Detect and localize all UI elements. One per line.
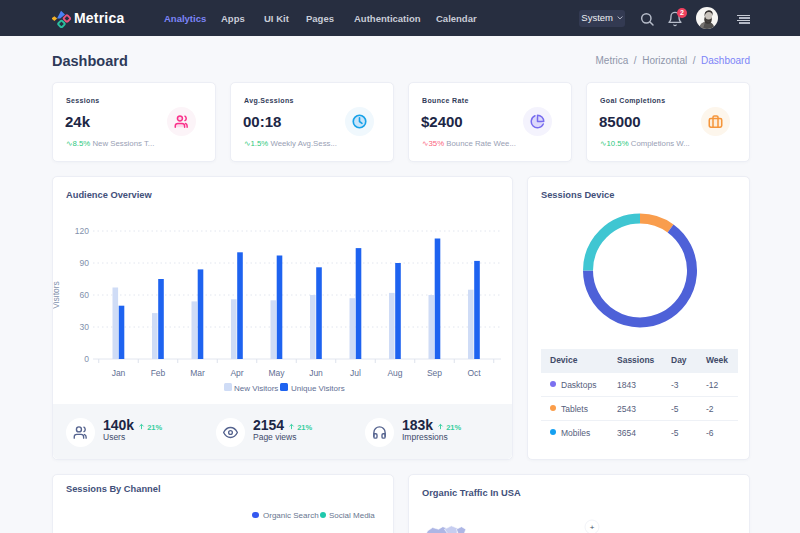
svg-text:May: May	[268, 368, 285, 378]
svg-text:+: +	[590, 523, 595, 532]
svg-text:Jul: Jul	[350, 368, 361, 378]
svg-text:Oct: Oct	[467, 368, 481, 378]
svg-text:Jun: Jun	[309, 368, 323, 378]
svg-text:Aug: Aug	[387, 368, 402, 378]
svg-text:Unique Visitors: Unique Visitors	[291, 384, 345, 393]
svg-text:60: 60	[80, 290, 90, 300]
svg-text:Mar: Mar	[190, 368, 205, 378]
svg-text:120: 120	[75, 226, 89, 236]
svg-text:Visitors: Visitors	[53, 281, 61, 309]
svg-text:Sep: Sep	[427, 368, 442, 378]
svg-text:New Visitors: New Visitors	[234, 384, 278, 393]
svg-text:90: 90	[80, 258, 90, 268]
svg-text:Feb: Feb	[151, 368, 166, 378]
svg-text:0: 0	[84, 354, 89, 364]
svg-text:Jan: Jan	[112, 368, 126, 378]
svg-text:30: 30	[80, 322, 90, 332]
svg-text:Apr: Apr	[230, 368, 243, 378]
